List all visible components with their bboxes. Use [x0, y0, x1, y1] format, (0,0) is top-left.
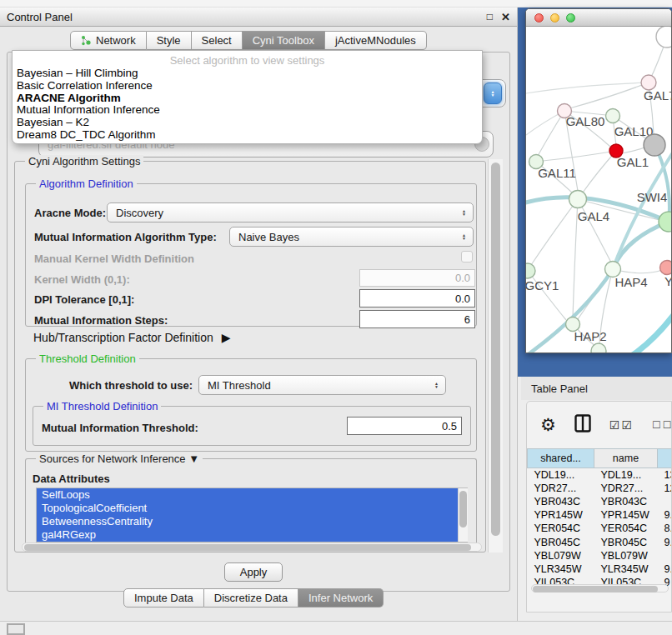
table-body[interactable]: YDL19...YDL19...13YDR27...YDR27...12YBR0… — [528, 468, 672, 590]
data-attribute-item-selected[interactable]: SelfLoops — [37, 488, 467, 502]
network-node[interactable] — [644, 134, 665, 156]
mi-type-combo[interactable]: Naive Bayes ▲▼ — [229, 227, 474, 247]
network-node-label: Y — [664, 274, 672, 288]
kernel-width-field[interactable]: 0.0 — [359, 269, 475, 287]
apply-button-label: Apply — [240, 566, 268, 578]
table-cell: YBR045C — [528, 535, 594, 548]
tab-discretize-data[interactable]: Discretize Data — [204, 588, 298, 608]
data-attribute-item-selected[interactable]: TopologicalCoefficient — [37, 502, 467, 515]
table-row[interactable]: YBR045CYBR045C9. — [528, 535, 672, 548]
aracne-mode-label: Aracne Mode: — [34, 207, 106, 219]
tab-style[interactable]: Style — [147, 31, 192, 50]
network-node-label: GAL4 — [578, 209, 609, 223]
combo-arrows-focused[interactable]: ▲▼ — [484, 82, 502, 104]
sources-group-title[interactable]: Sources for Network Inference ▼ — [36, 452, 203, 465]
close-panel-icon[interactable]: ✕ — [501, 11, 510, 23]
table-hscrollbar[interactable] — [531, 584, 669, 592]
algorithm-option[interactable]: Basic Correlation Inference — [13, 80, 482, 92]
network-node[interactable] — [591, 343, 606, 353]
mi-steps-value: 6 — [464, 313, 470, 326]
table-header-row[interactable]: shared...name — [528, 449, 672, 468]
network-node-y[interactable] — [660, 261, 672, 275]
table-cell: YLR345W — [528, 562, 594, 576]
table-column-header[interactable]: name — [594, 449, 658, 468]
network-node-label: GAL11 — [538, 166, 576, 180]
close-traffic-light-icon[interactable] — [534, 13, 544, 22]
network-graph-canvas[interactable]: GAL7GAL80GAL10GAL1GAL11GAL4SWI4GCY1HAP4Y… — [526, 27, 672, 353]
algorithm-option[interactable]: Mutual Information Inference — [13, 104, 482, 117]
data-attribute-item-selected[interactable]: BetweennessCentrality — [37, 515, 467, 528]
data-attributes-list[interactable]: SelfLoopsTopologicalCoefficientBetweenne… — [36, 488, 468, 542]
gear-icon[interactable]: ⚙ — [540, 415, 556, 435]
network-edge[interactable] — [526, 82, 649, 93]
table-row[interactable]: YDR27...YDR27...12 — [528, 482, 672, 495]
split-columns-icon[interactable] — [574, 414, 591, 436]
table-row[interactable]: YPR145WYPR145W9. — [528, 508, 672, 522]
network-node[interactable] — [656, 27, 672, 48]
network-node-gal4[interactable] — [569, 191, 587, 208]
network-edge[interactable] — [543, 151, 616, 161]
tab-impute-data[interactable]: Impute Data — [123, 588, 204, 608]
minimize-traffic-light-icon[interactable] — [550, 13, 559, 22]
network-node-label: SWI4 — [637, 190, 668, 204]
algorithm-placeholder: Select algorithm to view settings — [13, 51, 482, 68]
table-cell: YDL19... — [594, 468, 658, 482]
tab-jactivemnodules[interactable]: jActiveMNodules — [325, 31, 427, 50]
settings-hscrollbar[interactable] — [22, 542, 482, 552]
cyni-algorithm-settings-group: Cyni Algorithm Settings Algorithm Defini… — [14, 161, 486, 552]
float-window-icon[interactable]: □ — [487, 11, 493, 22]
algorithm-option[interactable]: Bayesian – K2 — [13, 117, 482, 129]
tab-infer-network[interactable]: Infer Network — [298, 588, 384, 608]
network-node-gal10[interactable] — [606, 109, 620, 123]
node-attribute-table[interactable]: shared...name YDL19...YDL19...13YDR27...… — [527, 448, 672, 589]
network-node-gcy1[interactable] — [526, 263, 535, 278]
table-cell — [658, 495, 672, 508]
tab-select[interactable]: Select — [192, 31, 243, 50]
table-row[interactable]: YER054CYER054C8. — [528, 522, 672, 535]
network-edge[interactable] — [654, 145, 669, 222]
mi-threshold-field[interactable]: 0.5 — [347, 417, 462, 435]
table-column-header[interactable]: shared... — [528, 449, 594, 468]
mi-threshold-label: Mutual Information Threshold: — [42, 422, 198, 434]
network-edge[interactable] — [538, 111, 564, 156]
mi-threshold-definition-title: MI Threshold Definition — [43, 400, 161, 412]
network-edge[interactable] — [583, 151, 616, 192]
algorithm-option[interactable]: Dream8 DC_TDC Algorithm — [13, 129, 482, 142]
table-row[interactable]: YDL19...YDL19...13 — [528, 468, 672, 482]
table-row[interactable]: YBR043CYBR043C — [528, 495, 672, 508]
table-row[interactable]: YBL079WYBL079W — [528, 549, 672, 562]
tab-network[interactable]: Network — [70, 31, 147, 50]
partial-corner-button[interactable] — [7, 623, 25, 635]
mi-threshold-definition-group: MI Threshold Definition Mutual Informati… — [33, 406, 471, 446]
network-edge[interactable] — [624, 312, 672, 353]
algorithm-option[interactable]: ARACNE Algorithm — [13, 92, 482, 105]
dpi-tolerance-field[interactable]: 0.0 — [359, 289, 475, 308]
table-column-header[interactable] — [658, 449, 672, 468]
table-cell: 8. — [658, 522, 672, 535]
tab-cyni-toolbox-label: Cyni Toolbox — [253, 34, 314, 47]
which-threshold-value: MI Threshold — [208, 379, 271, 392]
algorithm-option[interactable]: Bayesian – Hill Climbing — [13, 68, 482, 80]
network-node-label: HAP4 — [614, 275, 647, 289]
network-window-titlebar[interactable] — [526, 9, 671, 27]
data-attribute-item-selected[interactable]: gal4RGexp — [37, 528, 467, 542]
manual-kernel-checkbox[interactable] — [461, 251, 473, 262]
zoom-traffic-light-icon[interactable] — [566, 13, 575, 22]
network-edge[interactable] — [622, 148, 644, 153]
mi-steps-field[interactable]: 6 — [359, 310, 475, 328]
tab-cyni-toolbox[interactable]: Cyni Toolbox — [243, 31, 325, 50]
table-panel: ⚙ ☑☑ ☐☐ shared...name YDL19...YDL19...13… — [526, 401, 672, 612]
hub-tf-definition-label: Hub/Transcription Factor Definition — [33, 331, 213, 344]
network-node-swi4[interactable] — [659, 212, 672, 232]
hub-tf-definition-toggle[interactable]: Hub/Transcription Factor Definition ▶ — [33, 331, 230, 344]
which-threshold-combo[interactable]: MI Threshold ▲▼ — [198, 375, 446, 395]
settings-vscrollbar[interactable] — [488, 159, 503, 552]
table-row[interactable]: YLR345WYLR345W9. — [528, 562, 672, 576]
network-edge[interactable] — [531, 199, 578, 265]
select-all-checkboxes-icon[interactable]: ☑☑ — [609, 418, 634, 432]
attributes-vscrollbar[interactable] — [458, 488, 468, 542]
data-attributes-label: Data Attributes — [33, 472, 110, 485]
deselect-checkboxes-icon[interactable]: ☐☐ — [652, 419, 672, 431]
aracne-mode-combo[interactable]: Discovery ▲▼ — [107, 202, 474, 222]
apply-button[interactable]: Apply — [224, 562, 283, 582]
